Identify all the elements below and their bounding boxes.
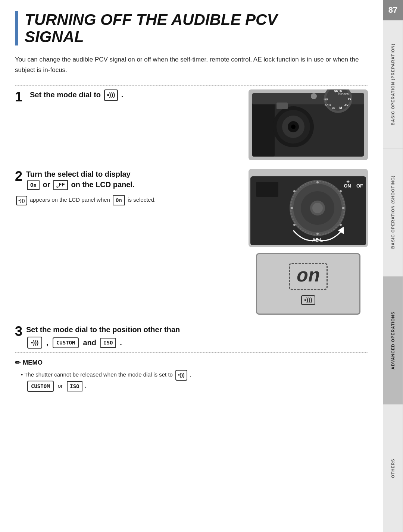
step-3-icons: ▪))) , CUSTOM and ISO . [26,337,360,349]
custom-icon-memo: CUSTOM [27,381,54,392]
main-content: TURNING OFF THE AUDIBLE PCV SIGNAL You c… [0,0,383,532]
svg-text:SCN: SCN [325,104,331,107]
lcd-on-text: on [289,263,328,290]
step-1-left: 1 Set the mode dial to ▪︎))) . [15,89,249,104]
step-3-section: 3 Set the mode dial to the position othe… [15,320,368,349]
svg-point-36 [340,190,342,192]
on-icon: On [27,180,40,190]
svg-text:✦: ✦ [346,179,350,185]
step-2-title: Turn the select dial to display On or oF… [15,169,241,191]
title-section: TURNING OFF THE AUDIBLE PCV SIGNAL [15,11,368,45]
step-2-number: 2 [15,170,22,183]
on-icon-note: On [113,195,125,205]
page-title: TURNING OFF THE AUDIBLE PCV SIGNAL [25,11,368,45]
step-3-number: 3 [15,325,22,338]
step-1-section: 1 Set the mode dial to ▪︎))) . [15,85,368,160]
page-number: 87 [383,0,403,20]
svg-point-38 [340,224,342,226]
off-icon: oFF [53,180,68,191]
step-2-left: 2 Turn the select dial to display On or … [15,169,249,206]
mode-dial-icon-step3: ▪))) [27,337,42,349]
step-3-title: Set the mode dial to the position other … [15,324,360,349]
step-1-image: AUTO PICT Tv Av M 30 SCN ▪))) CUSTOM [249,89,368,160]
svg-point-40 [293,224,296,226]
step-2-section: 2 Turn the select dial to display On or … [15,165,368,315]
svg-rect-43 [256,182,278,197]
svg-point-41 [291,207,293,209]
step-1-title: Set the mode dial to ▪︎))) . [30,89,123,101]
iso-icon-step3: ISO [100,338,116,348]
sidebar-tab-others[interactable]: OTHERS [383,404,403,532]
sidebar-tab-basic-shoot[interactable]: BASIC OPERATION (SHOOTING) [383,148,403,276]
svg-point-29 [312,203,323,213]
svg-text:PICT: PICT [335,90,341,93]
svg-rect-2 [252,101,275,157]
memo-pencil-icon: ✏ [15,359,21,367]
svg-rect-20 [277,103,288,109]
step-3-left: 3 Set the mode dial to the position othe… [15,324,368,349]
svg-text:30: 30 [332,106,335,110]
memo-section: ✏ MEMO • The shutter cannot be released … [15,352,368,392]
svg-point-19 [291,125,296,129]
step-1-number: 1 [15,90,22,104]
lcd-speaker-icon: ▪))) [300,295,316,305]
mode-dial-icon-step1: ▪︎))) [104,89,118,101]
svg-text:Tv: Tv [347,97,352,101]
memo-title: ✏ MEMO [15,359,368,367]
sidebar: BASIC OPERATION (PREPARATION) BASIC OPER… [383,20,403,532]
step-2-note: ▪))) appears on the LCD panel when On is… [15,195,241,205]
svg-text:CUSTOM: CUSTOM [338,93,349,95]
svg-text:Av: Av [344,103,348,107]
step-2-images: AE-L ON OF ✦ [249,169,368,315]
speaker-icon-note: ▪))) [16,196,27,205]
svg-point-39 [316,233,319,235]
custom-icon-step3: CUSTOM [53,337,79,348]
svg-point-35 [316,181,319,183]
intro-text: You can change the audible PCV signal on… [15,54,368,75]
select-dial-image: AE-L ON OF ✦ [249,169,368,247]
memo-text: • The shutter cannot be released when th… [21,370,368,392]
svg-point-37 [342,207,344,209]
sidebar-tab-basic-prep[interactable]: BASIC OPERATION (PREPARATION) [383,20,403,148]
svg-point-42 [293,190,296,192]
svg-text:OF: OF [356,183,363,189]
mode-dial-icon-memo: ▪))) [175,370,187,381]
sidebar-tab-advanced[interactable]: ADVANCED OPERATIONS [383,276,403,404]
lcd-display-image: on ▪))) [256,253,360,315]
iso-icon-memo: ISO [67,381,82,391]
svg-text:▪))): ▪))) [324,97,328,101]
svg-text:M: M [339,106,342,110]
svg-point-21 [311,93,317,99]
